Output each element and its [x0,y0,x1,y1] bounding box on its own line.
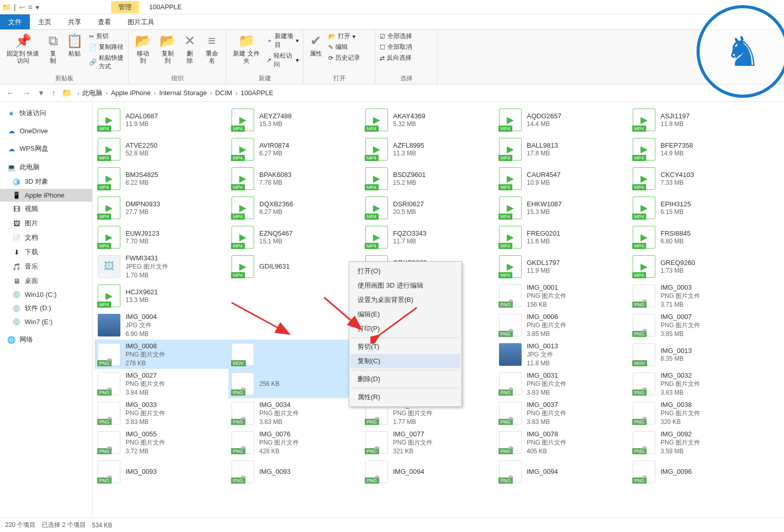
file-item[interactable]: PNG☁IMG_0037PNG 图片文件3.83 MB [496,398,630,428]
sidebar-item-0[interactable]: ★快速访问 [0,106,92,120]
file-item[interactable]: PNG☁IMG_0094 [362,457,496,486]
file-item[interactable]: MP4EUWJ91237.70 MB [95,222,228,252]
breadcrumb-seg-2[interactable]: Internal Storage [159,89,207,97]
sidebar-item-6[interactable]: 🎞视频 [0,202,92,216]
ctx-delete[interactable]: 删除(D) [350,372,460,386]
file-item[interactable]: PNG☁IMG_0034PNG 图片文件3.83 MB [228,398,362,428]
nav-recent-icon[interactable]: ▾ [37,88,45,98]
invert-selection-button[interactable]: ⇄反向选择 [380,54,412,62]
file-item[interactable]: MP4DMPN093327.7 MB [95,193,228,222]
open-button[interactable]: 📂打开▾ [328,32,360,41]
undo-icon[interactable]: ↩ [19,3,25,11]
delete-button[interactable]: ✕删除 [182,32,198,66]
sidebar-item-8[interactable]: 📄文档 [0,230,92,245]
file-item[interactable]: PNG☁IMG_0008PNG 图片文件278 KB [95,340,228,369]
tab-file[interactable]: 文件 [0,14,30,29]
sidebar-item-3[interactable]: 💻此电脑 [0,160,92,174]
file-item[interactable]: PNG☁IMG_0031PNG 图片文件3.83 MB [496,369,630,398]
sidebar-item-4[interactable]: 🧊3D 对象 [0,174,92,189]
nav-back-icon[interactable]: ← [4,88,16,98]
copy-to-button[interactable]: 📂复制到 [157,32,178,66]
file-item[interactable]: MP4AZFL899511.3 MB [362,134,496,164]
cut-button[interactable]: ✂剪切 [89,32,124,41]
file-item[interactable]: PNG☁IMG_0096 [630,457,763,486]
file-item[interactable]: JPEGFWMI3431JPEG 图片文件1.70 MB [95,252,228,281]
file-item[interactable]: MP4ADAL068711.9 MB [95,105,228,134]
file-item[interactable]: MP4DSRI062720.5 MB [362,193,496,222]
file-item[interactable]: IMG_0004JPG 文件6.90 MB [95,310,228,340]
file-item[interactable]: MP4CKCY41037.33 MB [630,164,763,193]
ctx-copy[interactable]: 复制(C) [350,354,460,368]
ctx-edit3d[interactable]: 使用画图 3D 进行编辑 [350,278,460,293]
file-item[interactable]: PNG☁IMG_0001PNG 图片文件156 KB [496,281,630,310]
tab-picture-tools[interactable]: 图片工具 [119,14,163,29]
file-item[interactable]: PNG☁IMG_0055PNG 图片文件3.72 MB [95,428,228,457]
file-item[interactable]: MP4GREQ92601.73 MB [630,252,763,281]
file-item[interactable]: MP4FQZO334311.7 MB [362,222,496,252]
sidebar-item-12[interactable]: 💿Win10 (C:) [0,288,92,301]
redo-icon[interactable]: = [28,3,32,11]
file-item[interactable]: PNG☁IMG_0077PNG 图片文件321 KB [362,428,496,457]
file-item[interactable]: MOV [228,340,362,369]
breadcrumb-seg-4[interactable]: 100APPLE [241,89,274,97]
history-button[interactable]: ⟳历史记录 [328,54,360,62]
file-item[interactable]: PNG☁IMG_0003PNG 图片文件3.71 MB [630,281,763,310]
file-item[interactable]: PNG☁IMG_0093 [228,457,362,486]
file-item[interactable]: MP4BSDZ960115.2 MB [362,164,496,193]
copy-button[interactable]: ⧉复制 [46,32,60,66]
tab-share[interactable]: 共享 [60,14,90,29]
file-item[interactable]: PNG☁IMG_0007PNG 图片文件3.85 MB [630,310,763,340]
sidebar-item-15[interactable]: 🌐网络 [0,332,92,347]
context-menu[interactable]: 打开(O) 使用画图 3D 进行编辑 设置为桌面背景(B) 编辑(E) 打印(P… [349,261,462,407]
file-item[interactable]: PNG☁IMG_0033PNG 图片文件3.83 MB [95,398,228,428]
file-item[interactable]: MP4AQDG265714.4 MB [496,105,630,134]
ctx-print[interactable]: 打印(P) [350,322,460,336]
file-item[interactable]: PNG☁IMG_0078PNG 图片文件405 KB [496,428,630,457]
file-item[interactable]: MP4ATVE225052.8 MB [95,134,228,164]
breadcrumb-seg-1[interactable]: Apple iPhone [111,89,151,97]
sidebar-item-13[interactable]: 💿软件 (D:) [0,301,92,315]
sidebar-item-9[interactable]: ⬇下载 [0,245,92,259]
file-item[interactable]: MP4GKDL179711.9 MB [496,252,630,281]
file-item[interactable]: MP4EPIH31256.15 MB [630,193,763,222]
manage-tab[interactable]: 管理 [111,1,139,13]
file-item[interactable]: MP4BPAK60837.78 MB [228,164,362,193]
breadcrumb-seg-0[interactable]: 此电脑 [82,88,102,98]
file-item[interactable]: PNG☁IMG_0038PNG 图片文件320 KB [630,398,763,428]
file-item[interactable]: MP4FREG020111.6 MB [496,222,630,252]
file-item[interactable]: MP4AKAY43695.32 MB [362,105,496,134]
select-none-button[interactable]: ☐全部取消 [380,43,412,51]
file-item[interactable]: IMG_0013JPG 文件11.8 MB [496,340,630,369]
file-item[interactable]: MP4EHKW108715.3 MB [496,193,630,222]
sidebar-item-2[interactable]: ☁WPS网盘 [0,141,92,156]
file-item[interactable]: PNG☁IMG_0092PNG 图片文件3.59 MB [630,428,763,457]
file-item[interactable]: MP4HCJX962113.3 MB [95,281,228,310]
easy-access-button[interactable]: ↗轻松访问▾ [266,51,299,69]
paste-shortcut-button[interactable]: 🔗粘贴快捷方式 [89,54,124,71]
file-item[interactable]: MP4GDIL9631 [228,252,362,281]
copy-path-button[interactable]: 📄复制路径 [89,43,124,51]
select-all-button[interactable]: ☑全部选择 [380,32,412,41]
file-item[interactable]: MP4BALL981317.8 MB [496,134,630,164]
ctx-set-bg[interactable]: 设置为桌面背景(B) [350,293,460,307]
ctx-edit[interactable]: 编辑(E) [350,307,460,322]
file-item[interactable]: MP4ASJI119711.8 MB [630,105,763,134]
qat-more[interactable]: ▾ [35,3,39,11]
file-item[interactable]: MP4AEYZ748815.3 MB [228,105,362,134]
sidebar-item-11[interactable]: 🖥桌面 [0,274,92,288]
properties-button[interactable]: ✔属性 [308,32,324,58]
ctx-properties[interactable]: 属性(R) [350,390,460,404]
sidebar-item-1[interactable]: ☁OneDrive [0,125,92,137]
file-item[interactable]: PNG☁256 KB [228,369,362,398]
ctx-open[interactable]: 打开(O) [350,264,460,278]
sidebar-item-14[interactable]: 💿Win7 (E:) [0,315,92,328]
file-item[interactable]: MP4CAUR454710.9 MB [496,164,630,193]
pin-button[interactable]: 📌固定到 快速访问 [4,32,42,66]
file-item[interactable]: MP4EZNQ546715.1 MB [228,222,362,252]
file-item[interactable]: MP4BFEP735814.9 MB [630,134,763,164]
file-item[interactable]: MP4AVIR08746.27 MB [228,134,362,164]
breadcrumb[interactable]: › 此电脑 › Apple iPhone › Internal Storage … [76,88,780,98]
sidebar-item-10[interactable]: 🎵音乐 [0,259,92,274]
new-item-button[interactable]: ＋新建项目▾ [266,32,299,49]
nav-up-icon[interactable]: ↑ [49,88,58,98]
